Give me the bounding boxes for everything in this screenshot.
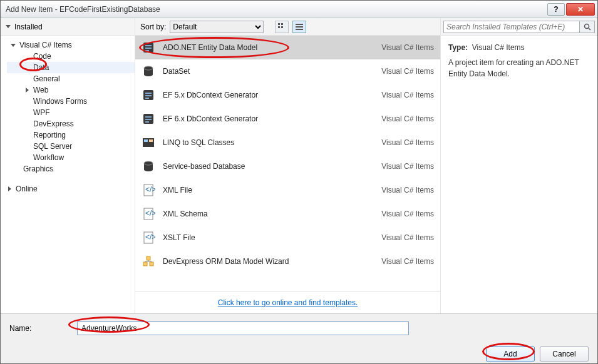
- chevron-down-icon: [11, 44, 16, 47]
- details-panel: Type: Visual C# Items A project item for…: [441, 18, 597, 313]
- svg-rect-14: [149, 139, 153, 142]
- tree-item-code[interactable]: Code: [7, 51, 135, 62]
- template-label: XML File: [163, 186, 375, 195]
- svg-rect-25: [147, 256, 150, 260]
- help-button[interactable]: ?: [547, 3, 565, 16]
- tree-item-devexpress[interactable]: DevExpress: [7, 118, 135, 129]
- button-row: Add Cancel: [9, 346, 589, 361]
- search-row: [441, 18, 597, 36]
- template-category: Visual C# Items: [381, 186, 434, 195]
- db-icon: [140, 63, 157, 79]
- template-row[interactable]: LINQ to SQL ClassesVisual C# Items: [135, 131, 440, 154]
- tree-item-data[interactable]: Data: [7, 62, 135, 73]
- online-templates-link[interactable]: Click here to go online and find templat…: [218, 298, 358, 307]
- tree-item-workflow[interactable]: Workflow: [7, 152, 135, 163]
- template-row[interactable]: ADO.NET Entity Data ModelVisual C# Items: [135, 36, 440, 59]
- add-button[interactable]: Add: [486, 346, 535, 361]
- search-button[interactable]: [580, 21, 595, 33]
- template-category: Visual C# Items: [381, 91, 434, 99]
- tree-item-reporting[interactable]: Reporting: [7, 129, 135, 141]
- template-label: LINQ to SQL Classes: [163, 138, 375, 147]
- chevron-down-icon: [6, 25, 11, 28]
- entity-icon: [140, 87, 157, 103]
- svg-text:</>: </>: [145, 185, 155, 194]
- template-row[interactable]: </>XML FileVisual C# Items: [135, 178, 440, 202]
- svg-rect-24: [150, 262, 153, 266]
- template-row[interactable]: </>XSLT FileVisual C# Items: [135, 226, 440, 250]
- template-row[interactable]: </>XML SchemaVisual C# Items: [135, 202, 440, 226]
- chevron-right-icon: [8, 186, 11, 191]
- svg-rect-13: [144, 139, 148, 142]
- template-row[interactable]: Service-based DatabaseVisual C# Items: [135, 154, 440, 178]
- close-button[interactable]: ✕: [566, 3, 595, 16]
- xml-icon: </>: [140, 182, 157, 198]
- small-icons-icon: [278, 23, 286, 31]
- installed-label: Installed: [14, 23, 43, 31]
- details-icon: [296, 23, 303, 31]
- chevron-right-icon: [26, 88, 29, 93]
- svg-line-27: [589, 28, 590, 30]
- installed-header[interactable]: Installed: [1, 18, 135, 36]
- tree-item-general[interactable]: General: [7, 73, 135, 84]
- type-value: Visual C# Items: [472, 43, 525, 52]
- template-list[interactable]: ADO.NET Entity Data ModelVisual C# Items…: [135, 36, 440, 291]
- template-category: Visual C# Items: [381, 210, 434, 218]
- xml-icon: </>: [140, 206, 157, 222]
- type-label: Type:: [448, 43, 468, 52]
- template-label: XSLT File: [163, 233, 375, 242]
- online-templates-footer: Click here to go online and find templat…: [135, 291, 440, 313]
- svg-rect-3: [281, 26, 283, 28]
- tree-item-winforms[interactable]: Windows Forms: [7, 96, 135, 107]
- template-row[interactable]: EF 5.x DbContext GeneratorVisual C# Item…: [135, 83, 440, 107]
- tree-root[interactable]: Visual C# Items: [7, 39, 135, 51]
- template-category: Visual C# Items: [381, 114, 434, 123]
- template-category: Visual C# Items: [381, 162, 434, 171]
- entity-icon: [140, 111, 157, 127]
- xml-icon: </>: [140, 230, 157, 246]
- linq-icon: [140, 134, 157, 151]
- orm-icon: [140, 253, 157, 270]
- list-toolbar: Sort by: Default: [135, 18, 440, 36]
- search-input[interactable]: [443, 21, 580, 33]
- sortby-select[interactable]: Default: [170, 21, 264, 33]
- svg-text:</>: </>: [145, 209, 155, 218]
- template-label: EF 5.x DbContext Generator: [163, 91, 375, 99]
- search-icon: [584, 23, 591, 31]
- template-tree: Visual C# Items Code Data General Web Wi…: [1, 36, 135, 313]
- description-text: A project item for creating an ADO.NET E…: [448, 57, 590, 79]
- cancel-button[interactable]: Cancel: [540, 346, 589, 361]
- svg-rect-6: [296, 29, 303, 30]
- template-label: DataSet: [163, 67, 375, 76]
- dialog-body: Installed Visual C# Items Code Data Gene…: [1, 18, 597, 313]
- svg-text:</>: </>: [145, 233, 155, 241]
- template-label: Service-based Database: [163, 162, 375, 171]
- template-label: ADO.NET Entity Data Model: [163, 43, 375, 52]
- tree-item-graphics[interactable]: Graphics: [7, 163, 135, 174]
- sortby-label: Sort by:: [140, 23, 166, 31]
- titlebar: Add New Item - EFCodeFirstExistingDataba…: [1, 1, 597, 18]
- name-row: Name:: [9, 321, 589, 335]
- dialog-footer: Name: Add Cancel: [1, 313, 597, 363]
- item-description: Type: Visual C# Items A project item for…: [441, 36, 597, 86]
- view-details[interactable]: [292, 21, 306, 33]
- name-input[interactable]: [77, 321, 409, 335]
- svg-rect-23: [143, 262, 147, 266]
- tree-item-sqlserver[interactable]: SQL Server: [7, 141, 135, 152]
- template-row[interactable]: DataSetVisual C# Items: [135, 59, 440, 83]
- db-icon: [140, 158, 157, 174]
- name-label: Name:: [9, 324, 72, 333]
- template-category: Visual C# Items: [381, 67, 434, 76]
- template-label: DevExpress ORM Data Model Wizard: [163, 257, 375, 266]
- tree-online-label: Online: [16, 185, 38, 193]
- tree-online[interactable]: Online: [7, 183, 135, 195]
- tree-item-web[interactable]: Web: [7, 84, 135, 96]
- svg-rect-4: [296, 24, 303, 25]
- template-row[interactable]: EF 6.x DbContext GeneratorVisual C# Item…: [135, 107, 440, 131]
- left-panel: Installed Visual C# Items Code Data Gene…: [1, 18, 135, 313]
- view-small-icons[interactable]: [275, 21, 289, 33]
- tree-item-wpf[interactable]: WPF: [7, 107, 135, 118]
- window-title: Add New Item - EFCodeFirstExistingDataba…: [6, 5, 546, 14]
- template-row[interactable]: DevExpress ORM Data Model WizardVisual C…: [135, 250, 440, 273]
- svg-rect-2: [278, 26, 280, 28]
- template-label: EF 6.x DbContext Generator: [163, 114, 375, 123]
